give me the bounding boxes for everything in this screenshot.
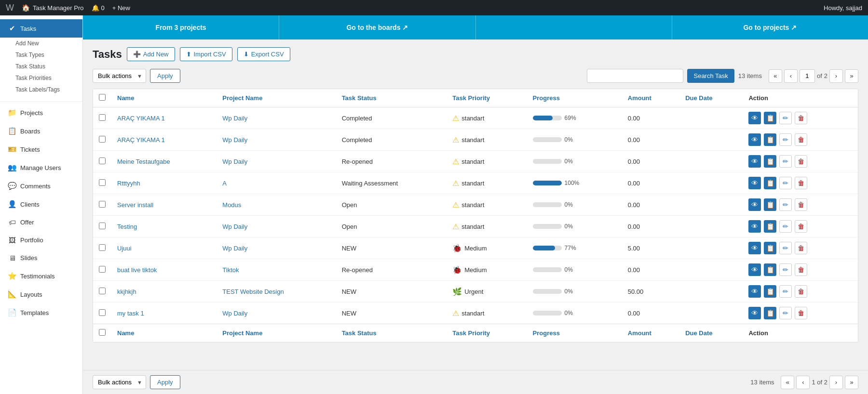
task-link-2[interactable]: Meine Testaufgabe: [117, 158, 170, 165]
search-task-button[interactable]: Search Task: [687, 69, 734, 83]
export-csv-button[interactable]: ⬇ Export CSV: [237, 47, 290, 61]
copy-button-3[interactable]: 📋: [764, 177, 776, 189]
copy-button-6[interactable]: 📋: [764, 242, 776, 254]
edit-button-6[interactable]: ✏: [779, 242, 792, 254]
next-page-button[interactable]: ›: [829, 69, 843, 83]
row-checkbox-6[interactable]: [99, 244, 106, 251]
site-link[interactable]: 🏠 Task Manager Pro: [22, 4, 84, 12]
edit-button-2[interactable]: ✏: [779, 155, 792, 168]
first-page-button[interactable]: «: [769, 69, 782, 83]
row-checkbox-2[interactable]: [99, 158, 106, 164]
sidebar-item-slides[interactable]: 🖥 Slides: [0, 249, 82, 267]
task-link-8[interactable]: kkjhkjh: [117, 288, 136, 295]
project-link-0[interactable]: Wp Daily: [222, 115, 247, 122]
new-post-link[interactable]: + New: [112, 4, 130, 12]
view-button-0[interactable]: 👁: [748, 112, 761, 124]
edit-button-7[interactable]: ✏: [779, 263, 792, 276]
row-checkbox-1[interactable]: [99, 136, 106, 143]
sidebar-item-comments[interactable]: 💬 Comments: [0, 177, 82, 195]
sidebar-item-boards[interactable]: 📋 Boards: [0, 122, 82, 140]
sidebar-task-labels[interactable]: Task Labels/Tags: [8, 84, 82, 95]
sidebar-task-status[interactable]: Task Status: [8, 61, 82, 72]
project-link-5[interactable]: Wp Daily: [222, 223, 247, 230]
task-link-3[interactable]: Rtttyyhh: [117, 180, 140, 187]
edit-button-9[interactable]: ✏: [779, 307, 792, 319]
delete-button-1[interactable]: 🗑: [795, 133, 807, 146]
task-link-7[interactable]: buat live tiktok: [117, 266, 157, 274]
sidebar-add-new[interactable]: Add New: [8, 38, 82, 49]
task-link-1[interactable]: ARAÇ YIKAMA 1: [117, 136, 165, 144]
row-checkbox-3[interactable]: [99, 179, 106, 186]
bottom-next-page-button[interactable]: ›: [829, 376, 843, 389]
row-checkbox-7[interactable]: [99, 266, 106, 273]
bottom-last-page-button[interactable]: »: [845, 376, 858, 389]
sidebar-item-tasks[interactable]: ✔ Tasks: [0, 19, 82, 38]
bottom-first-page-button[interactable]: «: [781, 376, 794, 389]
notifications[interactable]: 🔔 0: [92, 4, 105, 12]
import-csv-button[interactable]: ⬆ Import CSV: [180, 47, 232, 61]
project-link-9[interactable]: Wp Daily: [222, 310, 247, 317]
delete-button-5[interactable]: 🗑: [795, 220, 807, 233]
edit-button-0[interactable]: ✏: [779, 112, 792, 124]
last-page-button[interactable]: »: [845, 69, 858, 83]
page-number-input[interactable]: [800, 69, 815, 83]
row-checkbox-8[interactable]: [99, 288, 106, 294]
view-button-4[interactable]: 👁: [748, 198, 761, 211]
bottom-prev-page-button[interactable]: ‹: [796, 376, 810, 389]
sidebar-item-portfolio[interactable]: 🖼 Portfolio: [0, 231, 82, 249]
task-link-6[interactable]: Ujuui: [117, 245, 132, 252]
edit-button-3[interactable]: ✏: [779, 177, 792, 189]
view-button-7[interactable]: 👁: [748, 263, 761, 276]
copy-button-5[interactable]: 📋: [764, 220, 776, 233]
delete-button-9[interactable]: 🗑: [795, 307, 807, 319]
view-button-2[interactable]: 👁: [748, 155, 761, 168]
delete-button-6[interactable]: 🗑: [795, 242, 807, 254]
project-link-1[interactable]: Wp Daily: [222, 136, 247, 144]
delete-button-3[interactable]: 🗑: [795, 177, 807, 189]
sidebar-item-testimonials[interactable]: ⭐ Testimonials: [0, 267, 82, 285]
row-checkbox-5[interactable]: [99, 223, 106, 229]
task-link-5[interactable]: Testing: [117, 223, 137, 230]
copy-button-0[interactable]: 📋: [764, 112, 776, 124]
row-checkbox-9[interactable]: [99, 309, 106, 316]
footer-select-all-checkbox[interactable]: [99, 329, 106, 336]
row-checkbox-4[interactable]: [99, 201, 106, 208]
delete-button-2[interactable]: 🗑: [795, 155, 807, 168]
sidebar-item-projects[interactable]: 📁 Projects: [0, 104, 82, 122]
sidebar-item-manage-users[interactable]: 👥 Manage Users: [0, 158, 82, 177]
task-link-9[interactable]: my task 1: [117, 310, 144, 317]
task-link-4[interactable]: Server install: [117, 201, 153, 209]
sidebar-item-clients[interactable]: 👤 Clients: [0, 195, 82, 213]
banner-from-projects[interactable]: From 3 projects: [83, 15, 279, 39]
copy-button-2[interactable]: 📋: [764, 155, 776, 168]
copy-button-4[interactable]: 📋: [764, 198, 776, 211]
view-button-1[interactable]: 👁: [748, 133, 761, 146]
sidebar-item-offer[interactable]: 🏷 Offer: [0, 213, 82, 231]
project-link-2[interactable]: Wp Daily: [222, 158, 247, 165]
edit-button-8[interactable]: ✏: [779, 285, 792, 298]
search-input[interactable]: [587, 69, 683, 83]
edit-button-4[interactable]: ✏: [779, 198, 792, 211]
delete-button-8[interactable]: 🗑: [795, 285, 807, 298]
view-button-5[interactable]: 👁: [748, 220, 761, 233]
banner-go-boards[interactable]: Go to the boards ↗: [279, 15, 475, 39]
view-button-9[interactable]: 👁: [748, 307, 761, 319]
row-checkbox-0[interactable]: [99, 114, 106, 121]
copy-button-8[interactable]: 📋: [764, 285, 776, 298]
view-button-3[interactable]: 👁: [748, 177, 761, 189]
copy-button-7[interactable]: 📋: [764, 263, 776, 276]
apply-button[interactable]: Apply: [150, 69, 180, 83]
project-link-3[interactable]: A: [222, 180, 227, 187]
bulk-actions-select[interactable]: Bulk actions: [93, 69, 146, 83]
sidebar-task-types[interactable]: Task Types: [8, 49, 82, 61]
edit-button-1[interactable]: ✏: [779, 133, 792, 146]
sidebar-item-tickets[interactable]: 🎫 Tickets: [0, 140, 82, 158]
add-new-button[interactable]: ➕ Add New: [127, 47, 175, 61]
banner-go-projects[interactable]: Go to projects ↗: [672, 15, 868, 39]
task-link-0[interactable]: ARAÇ YIKAMA 1: [117, 115, 165, 122]
delete-button-0[interactable]: 🗑: [795, 112, 807, 124]
project-link-8[interactable]: TEST Website Design: [222, 288, 284, 295]
delete-button-4[interactable]: 🗑: [795, 198, 807, 211]
sidebar-item-layouts[interactable]: 📐 Layouts: [0, 285, 82, 303]
copy-button-1[interactable]: 📋: [764, 133, 776, 146]
